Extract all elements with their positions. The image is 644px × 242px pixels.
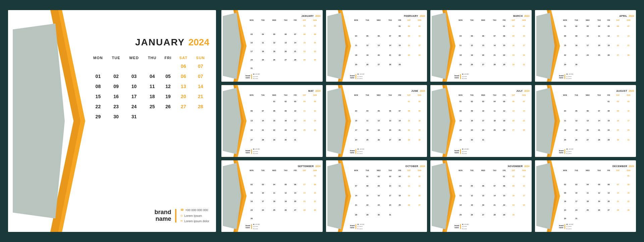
s-cal-day: 31 xyxy=(519,60,530,70)
s-cal-day: 24 xyxy=(623,125,634,135)
s-cal-day: 12 xyxy=(571,116,582,125)
s-cal-day: 16 xyxy=(508,41,519,50)
small-year: 2024 xyxy=(524,165,530,167)
s-cal-day: 28 xyxy=(350,210,362,220)
s-cal-day: 30 xyxy=(414,135,425,145)
small-footer: brandname ☎ +00 000 ◎ Lorem ✉ Lorem xyxy=(454,148,530,155)
small-calendar-card: NOVEMBER 2024 MON TUE WED THU FRI SAT SU… xyxy=(430,160,532,232)
s-cal-day: 25 xyxy=(454,60,467,70)
s-cal-day: 20 xyxy=(385,125,395,135)
s-cal-day xyxy=(385,70,395,73)
s-cal-day: 27 xyxy=(604,206,613,214)
s-cal-day xyxy=(604,70,613,73)
s-cal-day: 18 xyxy=(594,41,604,50)
small-cal-table: MON TUE WED THU FRI SAT SUN 010203040506… xyxy=(350,94,425,148)
s-col-wed: WED xyxy=(477,169,489,172)
s-cal-day: 11 xyxy=(395,181,404,191)
s-cal-day: 14 xyxy=(258,116,268,125)
s-cal-day xyxy=(300,64,310,73)
s-cal-day: 02 xyxy=(414,96,425,106)
s-cal-day: 05 xyxy=(594,180,604,189)
cal-day: 09 xyxy=(108,81,124,91)
s-cal-day: 13 xyxy=(508,106,519,116)
s-cal-day: 17 xyxy=(477,116,489,125)
s-cal-day xyxy=(246,172,258,180)
s-cal-day: 07 xyxy=(300,180,310,189)
location-icon: ◎ xyxy=(180,213,183,218)
s-col-sun: SUN xyxy=(519,94,530,96)
s-cal-day: 03 xyxy=(350,106,362,116)
s-cal-day: 01 xyxy=(310,172,321,180)
cal-day: 16 xyxy=(108,91,124,102)
s-cal-day: 18 xyxy=(258,47,268,55)
s-cal-day: 13 xyxy=(373,41,385,50)
s-col-mon: MON xyxy=(246,169,258,172)
s-cal-day: 13 xyxy=(385,116,395,125)
s-col-mon: MON xyxy=(454,169,467,172)
s-cal-day: 10 xyxy=(582,31,594,41)
s-cal-day: 05 xyxy=(467,31,477,41)
s-col-thu: THU xyxy=(280,94,291,96)
col-fri: FRI xyxy=(161,54,175,61)
s-brand-name: brandname xyxy=(246,150,250,154)
s-col-tue: TUE xyxy=(362,169,373,172)
s-col-sat: SAT xyxy=(404,19,414,22)
s-cal-day: 21 xyxy=(489,200,500,210)
s-cal-day: 23 xyxy=(559,206,571,214)
s-col-tue: TUE xyxy=(362,94,373,96)
small-calendar-card: DECEMBER 2024 MON TUE WED THU FRI SAT SU… xyxy=(535,160,636,232)
cal-day: 19 xyxy=(161,91,175,102)
s-cal-day: 13 xyxy=(604,189,613,197)
s-cal-day: 27 xyxy=(373,60,385,70)
s-cal-day xyxy=(362,70,373,73)
s-cal-day: 29 xyxy=(623,206,634,214)
s-cal-day: 04 xyxy=(395,172,404,182)
col-wed: WED xyxy=(124,54,144,61)
s-cal-day: 07 xyxy=(489,181,500,191)
s-cal-day: 20 xyxy=(246,125,258,135)
small-card-content: DECEMBER 2024 MON TUE WED THU FRI SAT SU… xyxy=(559,162,634,230)
small-card-content: MAY 2024 MON TUE WED THU FRI SAT SUN 010… xyxy=(246,87,321,155)
s-cal-day: 17 xyxy=(582,41,594,50)
s-cal-day: 08 xyxy=(268,106,280,116)
s-cal-day xyxy=(385,145,395,148)
s-cal-day xyxy=(280,214,291,223)
s-cal-day: 30 xyxy=(559,214,571,223)
small-cal-table: MON TUE WED THU FRI SAT SUN 010203040506… xyxy=(454,169,530,223)
s-cal-day xyxy=(477,172,489,182)
s-cal-day: 03 xyxy=(519,22,530,31)
s-col-fri: FRI xyxy=(291,19,300,22)
s-col-sun: SUN xyxy=(414,94,425,96)
cal-day xyxy=(89,61,108,71)
s-col-fri: FRI xyxy=(291,94,300,96)
s-cal-day: 17 xyxy=(258,197,268,206)
s-cal-day: 06 xyxy=(582,106,594,116)
s-cal-day: 30 xyxy=(508,60,519,70)
s-cal-day: 20 xyxy=(508,116,519,125)
s-cal-day: 19 xyxy=(362,50,373,60)
s-cal-day: 24 xyxy=(571,206,582,214)
s-cal-day xyxy=(500,70,508,73)
s-cal-day: 07 xyxy=(385,31,395,41)
cal-day: 08 xyxy=(89,81,108,91)
s-col-wed: WED xyxy=(477,94,489,96)
s-cal-day xyxy=(508,219,519,223)
small-month-header: DECEMBER 2024 xyxy=(559,162,634,168)
small-month-header: APRIL 2024 xyxy=(559,12,634,18)
s-col-sun: SUN xyxy=(310,94,321,96)
s-cal-day: 18 xyxy=(454,50,467,60)
s-cal-day: 22 xyxy=(404,125,414,135)
s-cal-day: 01 xyxy=(300,22,310,30)
small-card-content: JULY 2024 MON TUE WED THU FRI SAT SUN 01… xyxy=(454,87,530,155)
s-cal-day: 03 xyxy=(582,22,594,31)
small-month-name: NOVEMBER xyxy=(508,165,523,167)
small-month-name: FEBRUARY xyxy=(404,15,418,17)
cal-day: 22 xyxy=(89,102,108,112)
s-cal-day xyxy=(594,70,604,73)
s-cal-day: 18 xyxy=(489,116,500,125)
small-calendar-card: MARCH 2024 MON TUE WED THU FRI SAT SUN 0… xyxy=(430,10,532,82)
s-cal-day: 01 xyxy=(500,22,508,31)
s-col-tue: TUE xyxy=(258,169,268,172)
s-cal-day: 29 xyxy=(395,60,404,70)
s-brand-name: brandname xyxy=(246,225,250,229)
